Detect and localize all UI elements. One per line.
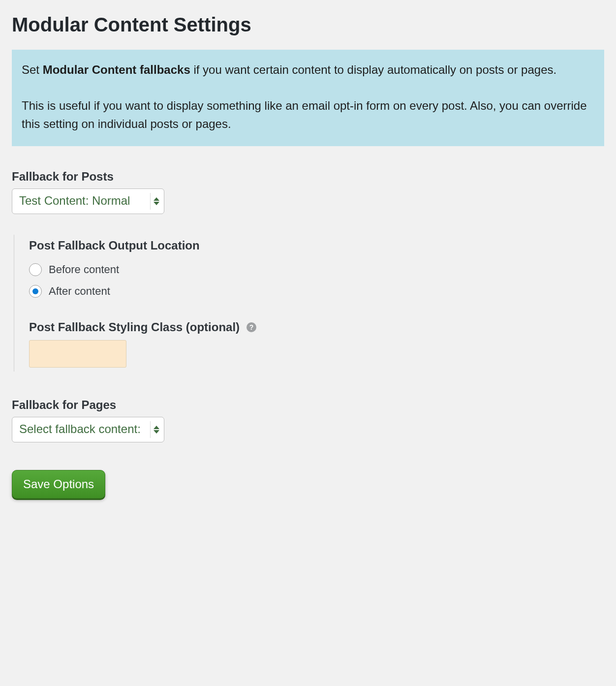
radio-before-label: Before content	[49, 263, 119, 276]
page-title: Modular Content Settings	[12, 14, 604, 36]
help-icon[interactable]: ?	[246, 322, 256, 332]
fallback-posts-label: Fallback for Posts	[12, 170, 604, 184]
radio-after-content[interactable]	[29, 285, 42, 298]
radio-after-label: After content	[49, 285, 110, 298]
fallback-pages-select-wrap[interactable]: Select fallback content:	[12, 417, 164, 442]
fallback-pages-select[interactable]: Select fallback content:	[12, 417, 164, 442]
fallback-posts-select-wrap[interactable]: Test Content: Normal	[12, 188, 164, 214]
fallback-pages-label: Fallback for Pages	[12, 398, 604, 412]
info-paragraph-2: This is useful if you want to display so…	[22, 96, 594, 133]
info-box: Set Modular Content fallbacks if you wan…	[12, 50, 604, 146]
output-location-heading: Post Fallback Output Location	[29, 239, 604, 252]
radio-before-content-row[interactable]: Before content	[29, 263, 604, 276]
styling-class-input[interactable]	[29, 340, 126, 368]
radio-after-content-row[interactable]: After content	[29, 285, 604, 298]
info-p1-prefix: Set	[22, 63, 43, 76]
info-p1-suffix: if you want certain content to display a…	[190, 63, 556, 76]
save-button[interactable]: Save Options	[12, 470, 105, 499]
fallback-posts-select[interactable]: Test Content: Normal	[12, 188, 164, 214]
post-fallback-subsection: Post Fallback Output Location Before con…	[14, 235, 604, 372]
radio-before-content[interactable]	[29, 263, 42, 276]
info-p1-bold: Modular Content fallbacks	[43, 63, 190, 76]
styling-class-heading: Post Fallback Styling Class (optional)	[29, 320, 240, 334]
radio-dot-icon	[32, 288, 38, 294]
info-paragraph-1: Set Modular Content fallbacks if you wan…	[22, 61, 594, 79]
